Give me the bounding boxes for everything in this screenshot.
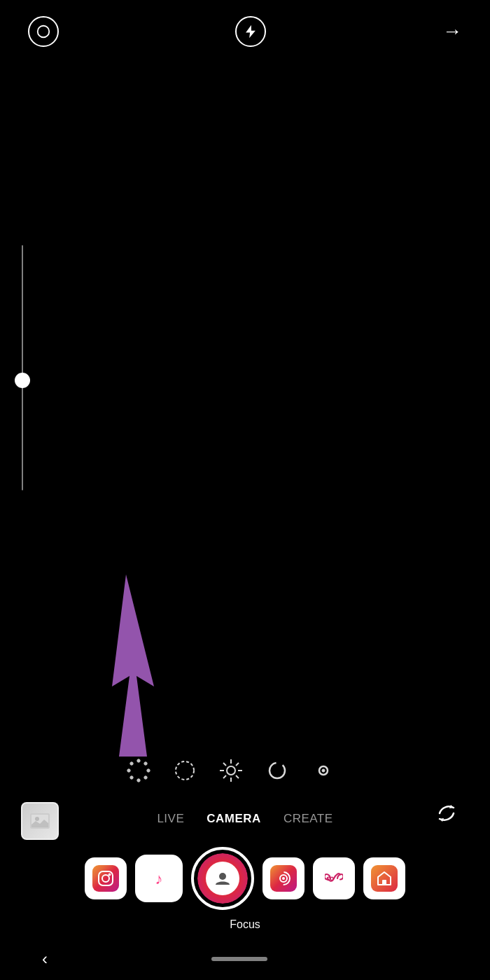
svg-point-33 xyxy=(219,873,226,880)
infinity-effect-icon[interactable]: ∞ xyxy=(313,857,355,899)
svg-point-22 xyxy=(270,763,285,778)
filter-dashed-icon[interactable] xyxy=(172,757,198,784)
svg-point-4 xyxy=(137,759,140,762)
svg-text:∞: ∞ xyxy=(326,873,334,884)
effects-row: ♪ xyxy=(0,847,490,910)
svg-point-8 xyxy=(137,779,140,782)
bottom-nav: ‹ xyxy=(0,938,490,980)
svg-point-9 xyxy=(130,776,133,779)
svg-point-10 xyxy=(127,769,130,772)
svg-point-13 xyxy=(227,766,235,775)
mode-tabs: LIVE CAMERA CREATE xyxy=(0,812,490,826)
top-bar: → xyxy=(0,0,490,63)
gallery-thumbnail[interactable] xyxy=(21,802,59,840)
svg-point-0 xyxy=(38,26,50,38)
slider-track xyxy=(22,245,23,490)
svg-text:♪: ♪ xyxy=(155,870,163,888)
svg-rect-28 xyxy=(99,871,113,885)
annotation-arrow xyxy=(70,574,182,759)
filter-row xyxy=(0,757,490,784)
svg-point-36 xyxy=(282,877,285,880)
svg-point-7 xyxy=(144,776,147,779)
svg-point-6 xyxy=(147,769,150,772)
sun-icon[interactable] xyxy=(28,16,59,47)
svg-point-30 xyxy=(108,874,111,876)
svg-point-29 xyxy=(102,875,109,882)
flash-icon[interactable] xyxy=(235,16,266,47)
svg-point-24 xyxy=(322,769,325,772)
svg-point-27 xyxy=(35,817,39,821)
filter-sunburst-icon[interactable] xyxy=(218,757,244,784)
slider-thumb[interactable] xyxy=(15,373,30,388)
svg-marker-2 xyxy=(112,574,154,757)
svg-rect-38 xyxy=(382,880,386,885)
exposure-slider[interactable] xyxy=(21,245,24,490)
instagram-effect-icon[interactable] xyxy=(85,857,127,899)
gallery-thumb-image xyxy=(22,803,57,838)
music-effect-icon[interactable]: ♪ xyxy=(135,855,183,902)
svg-line-18 xyxy=(223,763,226,766)
boomerang-effect-icon[interactable] xyxy=(262,857,304,899)
filter-dotted-icon[interactable] xyxy=(125,757,152,784)
arrow-right-icon[interactable]: → xyxy=(442,20,462,43)
svg-point-12 xyxy=(176,761,194,780)
svg-line-21 xyxy=(223,775,226,778)
camera-view xyxy=(0,0,490,980)
filter-ring-icon[interactable] xyxy=(264,757,290,784)
svg-line-20 xyxy=(236,763,239,766)
shutter-button[interactable] xyxy=(191,847,254,910)
home-indicator xyxy=(211,957,267,961)
tab-live[interactable]: LIVE xyxy=(157,812,184,826)
svg-line-19 xyxy=(236,775,239,778)
flip-camera-icon[interactable] xyxy=(431,798,462,829)
filter-dot-icon[interactable] xyxy=(310,757,337,784)
tab-camera[interactable]: CAMERA xyxy=(206,812,261,826)
tab-create[interactable]: CREATE xyxy=(284,812,333,826)
layout-effect-icon[interactable] xyxy=(363,857,405,899)
svg-point-5 xyxy=(144,762,147,765)
focus-label: Focus xyxy=(230,918,260,931)
back-button[interactable]: ‹ xyxy=(42,949,48,969)
svg-point-11 xyxy=(130,762,133,765)
